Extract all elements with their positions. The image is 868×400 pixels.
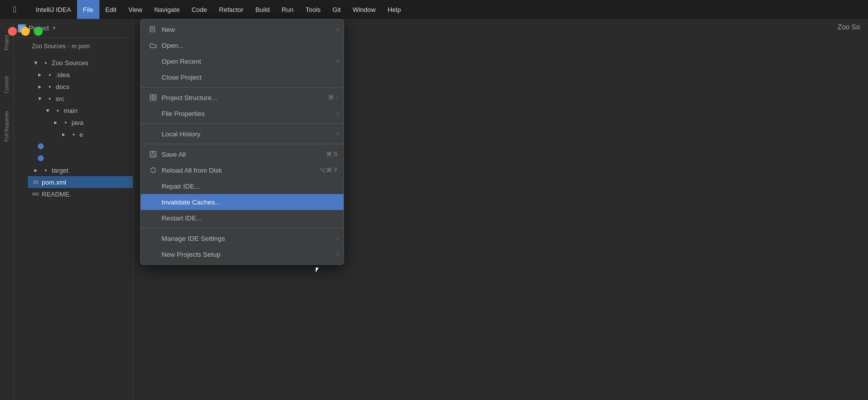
menu-item-open[interactable]: Open... xyxy=(141,37,344,53)
menu-item-local-history[interactable]: Local History › xyxy=(141,126,344,142)
manage-ide-settings-icon xyxy=(149,234,158,243)
separator-3 xyxy=(141,144,344,144)
menu-item-save-all-label: Save All xyxy=(162,151,186,158)
menu-item-restart-ide[interactable]: Restart IDE... xyxy=(141,210,344,226)
repair-ide-icon xyxy=(149,182,158,191)
new-projects-setup-arrow-icon: › xyxy=(337,251,339,258)
menu-item-restart-ide-label: Restart IDE... xyxy=(162,214,202,222)
file-properties-arrow-icon: › xyxy=(337,110,339,117)
svg-rect-9 xyxy=(152,151,155,154)
open-icon xyxy=(149,41,158,50)
new-arrow-icon: › xyxy=(337,26,339,33)
menu-item-close-project-label: Close Project xyxy=(162,74,201,81)
dropdown-overlay: New › Open... Open Recent › Close Projec… xyxy=(0,0,868,400)
file-menu: New › Open... Open Recent › Close Projec… xyxy=(140,19,344,265)
menu-item-repair-ide[interactable]: Repair IDE... xyxy=(141,178,344,194)
new-projects-setup-icon xyxy=(149,250,158,259)
local-history-icon xyxy=(149,129,158,138)
open-recent-arrow-icon: › xyxy=(337,58,339,65)
separator-2 xyxy=(141,123,344,124)
menu-item-new[interactable]: New › xyxy=(141,21,344,37)
separator-1 xyxy=(141,87,344,88)
new-icon xyxy=(149,25,158,34)
separator-4 xyxy=(141,228,344,228)
menu-item-file-properties-label: File Properties xyxy=(162,110,205,117)
menu-item-reload-label: Reload All from Disk xyxy=(162,167,222,174)
restart-ide-icon xyxy=(149,213,158,222)
save-all-icon xyxy=(149,150,158,159)
menu-item-local-history-label: Local History xyxy=(162,130,200,138)
menu-item-reload[interactable]: Reload All from Disk ⌥⌘ Y xyxy=(141,162,344,178)
invalidate-caches-icon xyxy=(149,198,158,206)
menu-item-manage-ide-settings-label: Manage IDE Settings xyxy=(162,235,225,242)
menu-item-manage-ide-settings[interactable]: Manage IDE Settings › xyxy=(141,230,344,246)
menu-item-invalidate-caches-label: Invalidate Caches... xyxy=(162,199,221,206)
open-recent-icon xyxy=(149,57,158,66)
project-structure-icon xyxy=(149,93,158,102)
save-all-shortcut: ⌘ S xyxy=(326,151,338,158)
reload-shortcut: ⌥⌘ Y xyxy=(319,167,338,174)
svg-rect-10 xyxy=(151,154,156,157)
close-project-icon xyxy=(149,73,158,82)
menu-item-invalidate-caches[interactable]: Invalidate Caches... xyxy=(141,194,344,210)
svg-rect-4 xyxy=(150,95,153,97)
menu-item-open-recent[interactable]: Open Recent › xyxy=(141,53,344,69)
menu-item-new-projects-setup-label: New Projects Setup xyxy=(162,251,221,258)
svg-rect-6 xyxy=(150,98,153,100)
local-history-arrow-icon: › xyxy=(337,130,339,137)
menu-item-open-label: Open... xyxy=(162,42,183,49)
reload-icon xyxy=(149,166,158,175)
menu-item-repair-ide-label: Repair IDE... xyxy=(162,183,200,190)
menu-item-project-structure[interactable]: Project Structure... ⌘ ; xyxy=(141,90,344,105)
file-properties-icon xyxy=(149,109,158,118)
project-structure-shortcut: ⌘ ; xyxy=(328,94,338,101)
manage-ide-settings-arrow-icon: › xyxy=(337,235,339,242)
svg-rect-7 xyxy=(154,98,156,100)
menu-item-new-projects-setup[interactable]: New Projects Setup › xyxy=(141,246,344,262)
menu-item-new-label: New xyxy=(162,26,175,33)
menu-item-save-all[interactable]: Save All ⌘ S xyxy=(141,146,344,162)
menu-item-file-properties[interactable]: File Properties › xyxy=(141,105,344,121)
menu-item-project-structure-label: Project Structure... xyxy=(162,94,217,101)
menu-item-close-project[interactable]: Close Project xyxy=(141,69,344,85)
svg-rect-5 xyxy=(154,95,156,97)
menu-item-open-recent-label: Open Recent xyxy=(162,58,201,65)
